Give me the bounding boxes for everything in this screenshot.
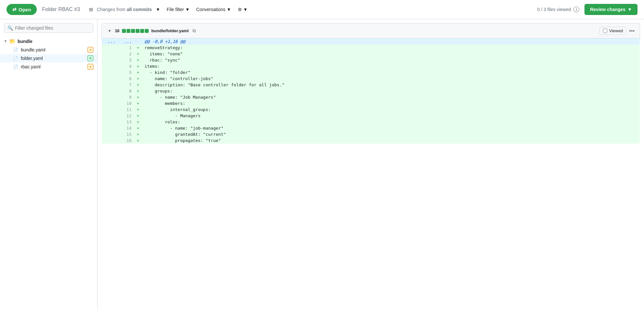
new-line-num: 5 — [118, 69, 134, 76]
info-icon[interactable]: i — [573, 7, 579, 12]
diff-bar — [122, 29, 149, 33]
line-sign: + — [134, 119, 142, 125]
search-icon: 🔍 — [7, 25, 13, 31]
new-line-num: 1 — [118, 45, 134, 51]
new-line-num: 14 — [118, 125, 134, 131]
diff-block-1 — [122, 29, 126, 33]
viewed-label: Viewed — [609, 28, 623, 33]
file-badge-bundle-yaml: • — [87, 47, 93, 53]
diff-row: ... ... @@ -0,0 +1,16 @@ — [102, 38, 640, 45]
line-sign: + — [134, 82, 142, 88]
files-viewed-count: 0 / 3 files viewed — [537, 7, 571, 12]
new-line-num: 11 — [118, 106, 134, 113]
diff-block-6 — [145, 29, 149, 33]
diff-row: 4 + items: — [102, 63, 640, 69]
file-item-folder-yaml[interactable]: 📄 folder.yaml + — [0, 54, 97, 63]
files-viewed-area: 0 / 3 files viewed i — [537, 7, 580, 12]
diff-row: 13 + roles: — [102, 119, 640, 125]
old-line-num — [102, 113, 118, 119]
new-line-num: 2 — [118, 51, 134, 57]
viewed-checkbox[interactable]: Viewed — [599, 27, 626, 35]
sidebar-toggle-icon: ⊟ — [89, 7, 93, 12]
old-line-num — [102, 131, 118, 137]
line-sign: + — [134, 100, 142, 106]
collapse-button[interactable]: ▼ — [107, 28, 112, 34]
line-sign: + — [134, 94, 142, 100]
main-layout: 🔍 ▼ 📁 bundle 📄 bundle.yaml • 📄 folder.ya… — [0, 19, 644, 309]
diff-row: 9 + - name: "Job Managers" — [102, 94, 640, 100]
line-content: rbac: "sync" — [142, 57, 640, 63]
file-name: rbac.yaml — [21, 64, 41, 69]
diff-row: 11 + internal_groups: — [102, 106, 640, 113]
old-line-num — [102, 94, 118, 100]
line-sign: + — [134, 45, 142, 51]
line-content: grantedAt: "current" — [142, 131, 640, 137]
old-line-num — [102, 119, 118, 125]
old-line-num — [102, 45, 118, 51]
review-changes-button[interactable]: Review changes ▼ — [584, 4, 637, 15]
diff-area: ▼ 16 bundle/folder.yaml ⧉ Viewed — [98, 19, 644, 309]
new-line-num: 10 — [118, 100, 134, 106]
folder-item-bundle[interactable]: ▼ 📁 bundle — [0, 37, 97, 46]
settings-button[interactable]: ⚙ ▼ — [235, 6, 250, 13]
line-content: - kind: "folder" — [142, 69, 640, 76]
old-line-num — [102, 137, 118, 144]
file-icon: 📄 — [13, 64, 18, 69]
new-line-num: 12 — [118, 113, 134, 119]
sidebar-toggle-button[interactable]: ⊟ — [87, 6, 96, 13]
conversations-button[interactable]: Conversations ▼ — [194, 6, 234, 13]
line-content: members: — [142, 100, 640, 106]
file-item-rbac-yaml[interactable]: 📄 rbac.yaml • — [0, 63, 97, 71]
line-content: items: "none" — [142, 51, 640, 57]
line-sign: + — [134, 125, 142, 131]
pr-icon: ⇄ — [12, 7, 17, 12]
line-sign: + — [134, 69, 142, 76]
file-path: bundle/folder.yaml — [151, 28, 189, 33]
diff-block-4 — [136, 29, 140, 33]
line-content: - Managers — [142, 113, 640, 119]
search-box[interactable]: 🔍 — [4, 23, 93, 33]
new-line-num: 9 — [118, 94, 134, 100]
old-line-num — [102, 100, 118, 106]
line-content: description: "Base controller folder for… — [142, 82, 640, 88]
diff-row: 7 + description: "Base controller folder… — [102, 82, 640, 88]
line-count: 16 — [115, 28, 119, 33]
changes-from-label: Changes from all commits — [97, 7, 152, 12]
pr-title: Folder RBAC #3 — [42, 7, 80, 12]
old-line-num — [102, 76, 118, 82]
viewed-input[interactable] — [603, 29, 607, 33]
search-input[interactable] — [15, 25, 90, 31]
folder-name: bundle — [18, 39, 33, 44]
line-sign: + — [134, 88, 142, 94]
line-content: - name: "job-manager" — [142, 125, 640, 131]
commits-dropdown-button[interactable]: ▼ — [153, 6, 163, 13]
line-sign: + — [134, 57, 142, 63]
line-sign: + — [134, 76, 142, 82]
new-line-num: 3 — [118, 57, 134, 63]
diff-block-5 — [140, 29, 144, 33]
line-sign: + — [134, 63, 142, 69]
line-sign: + — [134, 113, 142, 119]
pr-status-button[interactable]: ⇄ Open — [7, 4, 37, 15]
copy-path-button[interactable]: ⧉ — [191, 27, 197, 34]
old-line-num — [102, 57, 118, 63]
file-name: bundle.yaml — [21, 47, 46, 52]
new-line-num: 15 — [118, 131, 134, 137]
file-item-bundle-yaml[interactable]: 📄 bundle.yaml • — [0, 46, 97, 54]
old-line-num: ... — [102, 38, 118, 45]
diff-row: 15 + grantedAt: "current" — [102, 131, 640, 137]
line-content: groups: — [142, 88, 640, 94]
new-line-num: 16 — [118, 137, 134, 144]
diff-row: 14 + - name: "job-manager" — [102, 125, 640, 131]
file-icon: 📄 — [13, 48, 18, 52]
folder-icon: 📁 — [9, 38, 16, 44]
diff-row: 5 + - kind: "folder" — [102, 69, 640, 76]
old-line-num — [102, 51, 118, 57]
sidebar: 🔍 ▼ 📁 bundle 📄 bundle.yaml • 📄 folder.ya… — [0, 19, 98, 309]
file-filter-button[interactable]: File filter ▼ — [164, 6, 193, 13]
old-line-num — [102, 63, 118, 69]
new-line-num: ... — [118, 38, 134, 45]
line-sign: + — [134, 131, 142, 137]
diff-table: ... ... @@ -0,0 +1,16 @@ 1 + removeStrat… — [101, 38, 640, 144]
more-options-button[interactable]: ••• — [629, 28, 635, 34]
